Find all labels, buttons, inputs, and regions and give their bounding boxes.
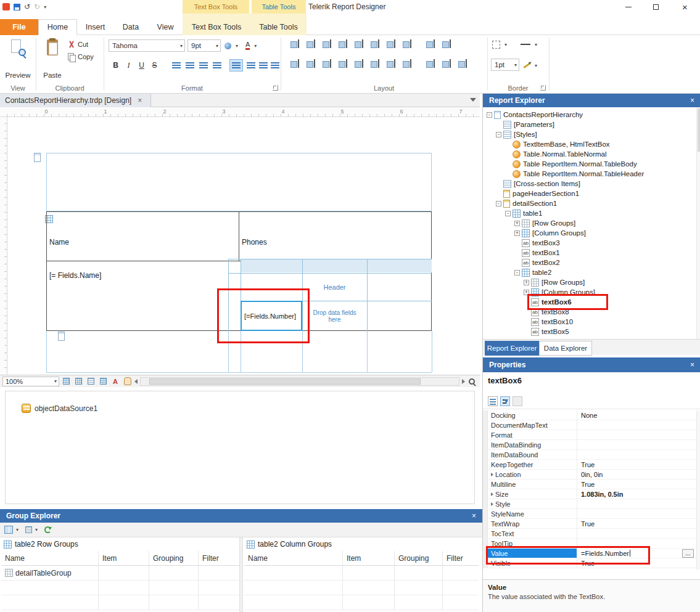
tree-item[interactable]: textBox5 [483, 327, 696, 337]
tab-home[interactable]: Home [38, 19, 77, 35]
show-guides-icon[interactable] [85, 377, 96, 386]
expand-arrow-icon[interactable] [491, 473, 493, 476]
property-row[interactable]: Location0in, 0in [483, 470, 696, 479]
tab-data[interactable]: Data [113, 19, 148, 35]
sort-alphabetical-icon[interactable] [500, 396, 510, 406]
view-mode-button[interactable]: ▾ [23, 525, 41, 534]
document-tab[interactable]: ContactsReportHierarchy.trdp [Design] × [0, 94, 151, 107]
align-middles-icon[interactable] [354, 39, 365, 49]
horizontal-scrollbar[interactable] [140, 377, 459, 386]
property-row[interactable]: Size1.083in, 0.5in [483, 489, 696, 499]
font-color-button[interactable]: A▾ [245, 40, 258, 51]
table-row[interactable] [244, 581, 479, 595]
align-right-button[interactable] [197, 59, 210, 71]
ellipsis-button[interactable]: ... [682, 549, 694, 558]
tree-item[interactable]: textBox8 [483, 307, 696, 317]
bold-button[interactable]: B [110, 59, 121, 71]
property-row[interactable]: TextWrapTrue [483, 519, 696, 529]
table-row[interactable]: detailTableGroup [1, 566, 239, 581]
collapse-icon[interactable] [496, 132, 501, 137]
table1-name-field-cell[interactable]: [= Fields.Name] [49, 271, 101, 280]
snap-options-icon[interactable] [442, 39, 453, 49]
property-row[interactable]: TocText [483, 529, 696, 539]
group-explorer-scrollbar[interactable] [239, 537, 243, 612]
border-color-button[interactable]: ▾ [523, 60, 539, 71]
expand-icon[interactable] [514, 221, 520, 226]
property-row-value[interactable]: Value=Fields.Number... [483, 549, 696, 558]
order-icon[interactable] [458, 59, 469, 69]
same-height-icon[interactable] [290, 59, 301, 69]
tree-item[interactable]: textBox3 [483, 238, 696, 248]
vertical-align-bottom-button[interactable] [258, 59, 269, 71]
document-tab-close-icon[interactable]: × [138, 96, 142, 105]
expand-icon[interactable] [524, 280, 529, 285]
tree-item[interactable]: [Row Groups] [483, 218, 696, 228]
save-icon[interactable] [14, 4, 20, 10]
vertical-align-top-button[interactable] [229, 59, 243, 71]
align-bottoms-icon[interactable] [370, 39, 381, 49]
border-dialog-launcher-icon[interactable] [540, 85, 546, 91]
font-name-combo[interactable]: Tahoma▾ [109, 39, 185, 52]
tab-table-tools[interactable]: Table Tools [250, 19, 307, 35]
property-row[interactable]: StyleName [483, 509, 696, 519]
expand-arrow-icon[interactable] [491, 502, 493, 506]
scroll-right-icon[interactable] [462, 379, 465, 384]
send-to-back-icon[interactable] [442, 59, 453, 69]
table2-header-cell[interactable]: Header [302, 273, 367, 301]
scrollbar-thumb[interactable] [149, 378, 421, 385]
format-dialog-launcher-icon[interactable] [273, 85, 278, 91]
tree-item[interactable]: Table.Normal.TableNormal [483, 149, 696, 159]
property-row[interactable]: MultilineTrue [483, 479, 696, 489]
snap-to-guides-icon[interactable] [97, 377, 109, 386]
tree-item[interactable]: [Styles] [483, 129, 696, 139]
cut-button[interactable]: Cut [68, 39, 88, 50]
tree-item[interactable]: [Column Groups] [483, 287, 696, 297]
table-row[interactable] [1, 595, 239, 610]
tree-item[interactable]: [Column Groups] [483, 228, 696, 238]
property-grid-scrollbar[interactable] [696, 410, 700, 569]
collapse-icon[interactable] [514, 270, 520, 275]
property-row[interactable]: VisibleTrue [483, 558, 696, 568]
datasource-item[interactable]: objectDataSource1 [22, 404, 97, 413]
property-row[interactable]: ItemDataBinding [483, 440, 696, 450]
copy-button[interactable]: Copy [68, 51, 94, 62]
align-lefts-icon[interactable] [290, 39, 301, 49]
table-row[interactable] [244, 595, 479, 610]
paste-button[interactable]: Paste [39, 37, 65, 81]
value-editor[interactable]: =Fields.Number [581, 550, 629, 557]
tab-report-explorer[interactable]: Report Explorer [485, 341, 539, 356]
property-row[interactable]: KeepTogetherTrue [483, 460, 696, 470]
window-position-icon[interactable] [470, 98, 476, 102]
report-explorer-close-icon[interactable]: × [690, 96, 694, 105]
tree-item[interactable]: detailSection1 [483, 198, 696, 208]
style-indicator-icon[interactable] [110, 377, 121, 386]
tree-item[interactable]: table2 [483, 267, 696, 277]
table-row[interactable] [244, 566, 479, 581]
group-explorer-close-icon[interactable]: × [472, 512, 476, 520]
vertical-align-middle-button[interactable] [245, 59, 257, 71]
tree-item[interactable]: ContactsReportHierarchy [483, 110, 696, 120]
border-width-combo[interactable]: 1pt▾ [491, 59, 519, 71]
text-direction-button[interactable] [270, 59, 280, 71]
tab-textbox-tools[interactable]: Text Box Tools [183, 19, 250, 35]
table2-number-cell-selected[interactable]: [=Fields.Number] [241, 301, 302, 331]
italic-button[interactable]: I [123, 59, 134, 71]
table2-drop-hint-cell[interactable]: Drop data fields here [302, 301, 367, 331]
tree-item[interactable]: textBox10 [483, 317, 696, 327]
table-row[interactable] [1, 581, 239, 595]
chevron-down-icon[interactable]: ▾ [52, 378, 59, 384]
vertical-spacing-icon[interactable] [338, 59, 349, 69]
background-color-button[interactable]: ▾ [224, 40, 240, 51]
chevron-down-icon[interactable]: ▾ [513, 62, 519, 68]
close-button[interactable]: × [671, 0, 699, 14]
property-row[interactable]: DockingNone [483, 410, 696, 420]
minimize-button[interactable] [614, 0, 642, 14]
size-to-grid-icon[interactable] [386, 39, 397, 49]
center-horizontally-icon[interactable] [402, 59, 413, 69]
chevron-down-icon[interactable]: ▾ [178, 43, 184, 49]
tree-item-textbox6[interactable]: textBox6 [483, 297, 696, 307]
layout-mode-button[interactable]: ▾ [2, 524, 22, 535]
horizontal-spacing-icon[interactable] [322, 59, 333, 69]
collapse-icon[interactable] [487, 112, 492, 118]
tree-item[interactable]: table1 [483, 208, 696, 218]
